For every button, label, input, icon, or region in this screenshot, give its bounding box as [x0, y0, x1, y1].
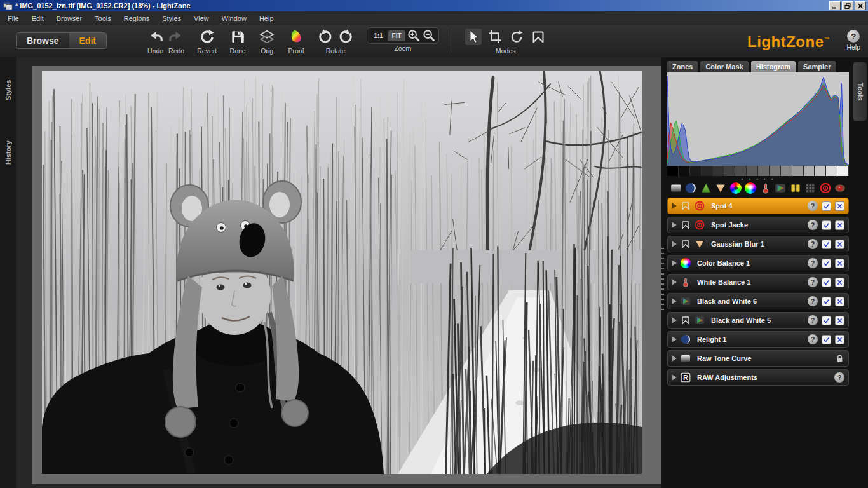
sharpen-icon[interactable]	[700, 182, 712, 194]
photo-canvas[interactable]	[42, 71, 642, 474]
expand-triangle-icon[interactable]	[672, 374, 677, 381]
zone-cell-11[interactable]	[792, 166, 804, 176]
tool-help-button[interactable]: ?	[808, 220, 818, 230]
zone-cell-4[interactable]	[713, 166, 724, 176]
zone-cell-12[interactable]	[804, 166, 815, 176]
tool-help-button[interactable]: ?	[808, 334, 818, 344]
zone-cell-5[interactable]	[724, 166, 735, 176]
rotate-mode-button[interactable]	[508, 29, 525, 45]
zone-cell-14[interactable]	[826, 166, 837, 176]
redo-button[interactable]	[168, 29, 184, 45]
zone-cell-9[interactable]	[770, 166, 781, 176]
zone-cell-15[interactable]	[837, 166, 849, 176]
tool-row-relight-1[interactable]: Relight 1?	[667, 331, 849, 348]
drag-handle-icon[interactable]: • • • • •	[665, 176, 851, 182]
tool-enabled-checkbox[interactable]	[822, 259, 831, 268]
zone-cell-6[interactable]	[735, 166, 747, 176]
tool-row-raw-adjustments[interactable]: RRAW Adjustments?	[667, 369, 849, 386]
hue-saturation-icon[interactable]	[730, 182, 742, 194]
tool-remove-button[interactable]	[835, 201, 844, 211]
edit-button[interactable]: Edit	[69, 33, 106, 48]
styles-tab[interactable]: Styles	[0, 74, 16, 107]
revert-button[interactable]	[199, 29, 215, 45]
tool-row-spot-4[interactable]: Spot 4?	[667, 198, 849, 214]
white-balance-icon[interactable]	[760, 182, 771, 194]
zoom-out-icon[interactable]	[422, 29, 436, 43]
zone-cell-7[interactable]	[747, 166, 758, 176]
tool-enabled-checkbox[interactable]	[822, 201, 831, 211]
crop-mode-button[interactable]	[487, 29, 503, 45]
history-tab[interactable]: History	[0, 133, 16, 172]
expand-triangle-icon[interactable]	[672, 241, 677, 247]
tool-help-button[interactable]: ?	[808, 277, 818, 287]
tool-enabled-checkbox[interactable]	[822, 278, 831, 287]
zone-cell-8[interactable]	[758, 166, 770, 176]
cursor-mode-button[interactable]	[465, 29, 482, 45]
tool-enabled-checkbox[interactable]	[822, 220, 831, 230]
menu-item-tools[interactable]: Tools	[88, 12, 118, 25]
tool-remove-button[interactable]	[835, 335, 844, 344]
help-button[interactable]: ? Help	[846, 30, 860, 51]
zone-cell-1[interactable]	[679, 166, 690, 176]
rotate-left-button[interactable]	[317, 29, 334, 45]
menu-item-styles[interactable]: Styles	[156, 12, 187, 25]
zone-cell-10[interactable]	[781, 166, 792, 176]
red-eye-icon[interactable]	[834, 182, 846, 194]
zone-cell-13[interactable]	[815, 166, 826, 176]
browse-button[interactable]: Browse	[17, 33, 69, 48]
menu-item-regions[interactable]: Regions	[118, 12, 156, 25]
clone-icon[interactable]	[804, 182, 816, 194]
zoom-fit-button[interactable]: FIT	[388, 30, 405, 41]
tool-help-button[interactable]: ?	[808, 296, 818, 306]
tool-row-gaussian-blur-1[interactable]: Gaussian Blur 1?	[667, 236, 849, 252]
menu-item-browser[interactable]: Browser	[50, 12, 88, 25]
black-white-icon[interactable]	[775, 182, 786, 194]
zonemapper-icon[interactable]	[670, 182, 682, 194]
tool-remove-button[interactable]	[835, 259, 844, 268]
tool-help-button[interactable]: ?	[834, 372, 844, 383]
tool-help-button[interactable]: ?	[808, 201, 818, 211]
tool-help-button[interactable]: ?	[808, 258, 818, 268]
rotate-right-button[interactable]	[337, 29, 354, 45]
region-mode-button[interactable]	[530, 29, 546, 45]
tool-row-white-balance-1[interactable]: White Balance 1?	[667, 274, 849, 290]
expand-triangle-icon[interactable]	[672, 222, 677, 228]
menu-item-edit[interactable]: Edit	[25, 12, 50, 25]
expand-triangle-icon[interactable]	[672, 260, 677, 266]
expand-triangle-icon[interactable]	[672, 355, 677, 362]
tool-remove-button[interactable]	[835, 220, 844, 230]
spot-icon[interactable]	[820, 182, 831, 194]
close-button[interactable]	[855, 1, 866, 10]
undo-button[interactable]	[147, 29, 164, 45]
tool-help-button[interactable]: ?	[808, 239, 818, 249]
menu-item-view[interactable]: View	[187, 12, 215, 25]
relight-icon[interactable]	[685, 182, 696, 194]
done-button[interactable]	[229, 29, 246, 45]
tool-remove-button[interactable]	[835, 297, 844, 306]
tab-sampler[interactable]: Sampler	[798, 61, 836, 72]
tool-row-raw-tone-curve[interactable]: Raw Tone Curve	[667, 350, 849, 367]
zoom-in-icon[interactable]	[407, 29, 421, 43]
tool-enabled-checkbox[interactable]	[822, 335, 831, 344]
expand-triangle-icon[interactable]	[672, 317, 677, 323]
restore-button[interactable]	[842, 1, 853, 10]
tool-help-button[interactable]: ?	[808, 315, 818, 325]
tools-tab[interactable]: Tools	[853, 62, 867, 121]
tool-row-black-and-white-5[interactable]: Black and White 5?	[667, 312, 849, 329]
tool-remove-button[interactable]	[835, 316, 844, 325]
expand-triangle-icon[interactable]	[672, 203, 677, 209]
menu-item-file[interactable]: File	[1, 12, 25, 25]
tool-row-spot-jacke[interactable]: Spot Jacke?	[667, 217, 849, 233]
tab-color-mask[interactable]: Color Mask	[700, 61, 748, 72]
menu-item-help[interactable]: Help	[253, 12, 280, 25]
color-balance-icon[interactable]	[745, 182, 756, 194]
noise-reduction-icon[interactable]	[790, 182, 801, 194]
tool-row-color-balance-1[interactable]: Color Balance 1?	[667, 255, 849, 271]
zone-cell-0[interactable]	[667, 166, 679, 176]
expand-triangle-icon[interactable]	[672, 336, 677, 342]
expand-triangle-icon[interactable]	[672, 298, 677, 304]
proof-button[interactable]	[288, 29, 304, 45]
orig-button[interactable]	[259, 29, 275, 45]
tool-row-black-and-white-6[interactable]: Black and White 6?	[667, 293, 849, 309]
blur-icon[interactable]	[715, 182, 726, 194]
